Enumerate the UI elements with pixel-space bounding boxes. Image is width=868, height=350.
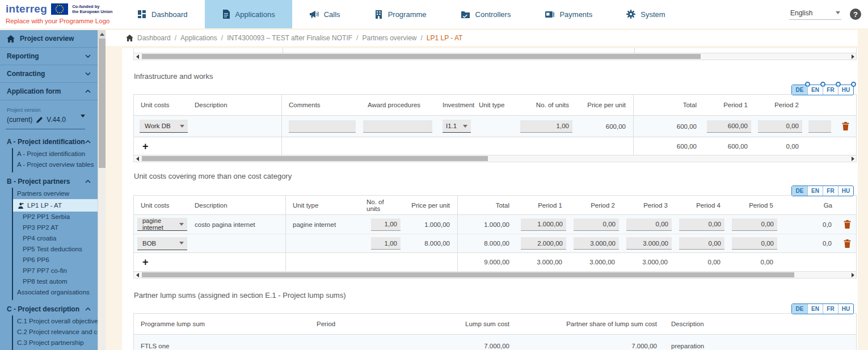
breadcrumb-partners-overview[interactable]: Partners overview	[362, 34, 416, 42]
sidebar-item-project-overview[interactable]: Project overview	[0, 30, 98, 48]
tab-fr[interactable]: FR	[823, 85, 838, 95]
breadcrumb-applications[interactable]: Applications	[180, 34, 217, 42]
tab-de[interactable]: DE	[792, 186, 807, 196]
comments-input[interactable]	[289, 120, 356, 133]
programme-logo: interreg Co-funded bythe European Union …	[0, 0, 120, 28]
tab-fr[interactable]: FR	[823, 304, 838, 314]
period-5-input[interactable]	[732, 218, 777, 231]
breadcrumb-dashboard[interactable]: Dashboard	[137, 34, 171, 42]
scroll-right-arrow[interactable]	[849, 53, 856, 60]
tree-item-a-identification[interactable]: A - Project identification	[13, 149, 98, 159]
delete-row-button[interactable]	[840, 237, 855, 250]
period-4-input[interactable]	[679, 218, 724, 231]
tree-item-partner-pp2[interactable]: PP2 PP1 Serbia	[13, 212, 98, 222]
tree-section-c[interactable]: C - Project description	[0, 302, 98, 315]
project-version-label: Project version	[7, 107, 84, 113]
nav-item-controllers[interactable]: Controllers	[444, 0, 528, 28]
col-header-investment: Investment	[440, 95, 475, 115]
scroll-up-arrow[interactable]	[98, 30, 106, 39]
unit-cost-select[interactable]: BOB	[137, 237, 187, 250]
no-of-units-input[interactable]	[371, 237, 401, 250]
unit-cost-select[interactable]: Work DB	[140, 120, 188, 133]
tree-section-a[interactable]: A - Project identification	[0, 135, 98, 148]
sidebar-item-reporting[interactable]: Reporting	[0, 48, 98, 65]
tab-label: DE	[796, 87, 804, 93]
no-of-units-input[interactable]	[371, 218, 401, 231]
period-3-input[interactable]	[626, 237, 672, 250]
scroll-left-arrow[interactable]	[134, 53, 141, 60]
tree-item-c1[interactable]: C.1 Project overall objective	[13, 316, 98, 327]
scroll-left-arrow[interactable]	[134, 155, 141, 162]
home-icon[interactable]	[126, 35, 133, 41]
add-row-button[interactable]: +	[134, 257, 149, 267]
tree-item-c3[interactable]: C.3 Project partnership	[13, 338, 98, 348]
nav-item-payments[interactable]: Payments	[528, 0, 609, 28]
project-version-select[interactable]: Project version (current) V.44.0	[6, 106, 85, 129]
tab-en[interactable]: EN	[807, 304, 823, 314]
nav-item-applications[interactable]: Applications	[205, 0, 292, 28]
tree-item-c2[interactable]: C.2 Project relevance and context	[13, 327, 98, 338]
tree-item-partner-pp3[interactable]: PP3 PP2 AT	[13, 222, 98, 233]
sidebar-item-application-form[interactable]: Application form	[0, 83, 98, 100]
tree-section-b[interactable]: B - Project partners	[0, 175, 98, 188]
language-select[interactable]: English	[789, 9, 841, 20]
tab-hu[interactable]: HU	[838, 85, 853, 95]
tree-item-partner-pp4[interactable]: PP4 croatia	[13, 233, 98, 244]
scrollbar-thumb[interactable]	[99, 39, 106, 168]
nav-item-calls[interactable]: Calls	[292, 0, 357, 28]
tab-en[interactable]: EN	[807, 85, 823, 95]
sidebar-item-contracting[interactable]: Contracting	[0, 65, 98, 83]
tab-hu[interactable]: HU	[838, 186, 853, 196]
breadcrumb-current-partner[interactable]: LP1 LP - AT	[427, 34, 463, 42]
help-button[interactable]: ?	[850, 9, 861, 20]
delete-row-button[interactable]	[840, 218, 855, 231]
scroll-left-arrow[interactable]	[134, 272, 141, 278]
tab-fr[interactable]: FR	[823, 186, 838, 196]
period-1-input[interactable]	[521, 237, 566, 250]
period-1-input[interactable]	[707, 120, 751, 133]
col-header-unit-costs: Unit costs	[134, 196, 188, 214]
footer-total: 9.000,00	[457, 253, 517, 271]
gap-cell: 0,00	[823, 221, 832, 228]
col-header-lump-sum-cost: Lump sum cost	[443, 314, 517, 334]
period-3-input[interactable]	[626, 218, 672, 231]
gap-input[interactable]	[808, 120, 831, 133]
scrollbar-thumb[interactable]	[142, 156, 488, 161]
tree-item-partner-pp5[interactable]: PP5 Test deductions	[13, 244, 98, 255]
tab-en[interactable]: EN	[807, 186, 823, 196]
no-of-units-input[interactable]	[520, 120, 572, 133]
scroll-right-arrow[interactable]	[849, 272, 856, 278]
tree-item-partner-lp1[interactable]: LP1 LP - AT	[13, 199, 98, 212]
scrollbar-thumb[interactable]	[142, 272, 794, 277]
tab-de[interactable]: DE	[792, 304, 807, 314]
sidebar: Project overview Reporting Contracting A…	[0, 30, 98, 350]
period-2-input[interactable]	[758, 120, 802, 133]
period-2-input[interactable]	[574, 237, 619, 250]
col-header-unit-costs: Unit costs	[134, 95, 188, 115]
investment-select[interactable]: I1.1	[443, 120, 471, 133]
scrollbar-thumb[interactable]	[142, 54, 701, 59]
award-procedures-input[interactable]	[363, 120, 432, 133]
period-5-input[interactable]	[732, 237, 777, 250]
nav-item-dashboard[interactable]: Dashboard	[120, 0, 205, 28]
tree-item-partner-pp7[interactable]: PP7 PP7 co-fin	[13, 265, 98, 276]
language-value: English	[790, 9, 812, 17]
add-row-button[interactable]: +	[134, 141, 149, 151]
breadcrumb-project[interactable]: INT4300093 – TEST after Finalise NOTIF	[227, 34, 352, 42]
col-header-no-of-units: No. of units	[366, 196, 403, 214]
period-1-input[interactable]	[521, 218, 566, 231]
period-4-input[interactable]	[679, 237, 724, 250]
tab-de[interactable]: DE	[792, 85, 807, 95]
tree-item-partners-overview[interactable]: Partners overview	[13, 188, 98, 199]
tree-item-partner-pp8[interactable]: PP8 test autom	[13, 276, 98, 287]
tree-item-a-overview-tables[interactable]: A - Project overview tables	[13, 159, 98, 170]
tab-hu[interactable]: HU	[838, 304, 853, 314]
scroll-right-arrow[interactable]	[849, 155, 856, 162]
delete-row-button[interactable]	[838, 120, 853, 133]
unit-cost-select[interactable]: pagine internet	[137, 218, 187, 231]
period-2-input[interactable]	[574, 218, 619, 231]
tree-item-partner-pp6[interactable]: PP6 PP6	[13, 255, 98, 265]
tree-item-associated-organisations[interactable]: Associated organisations	[13, 287, 98, 298]
nav-item-system[interactable]: System	[609, 0, 682, 28]
nav-item-programme[interactable]: Programme	[357, 0, 444, 28]
